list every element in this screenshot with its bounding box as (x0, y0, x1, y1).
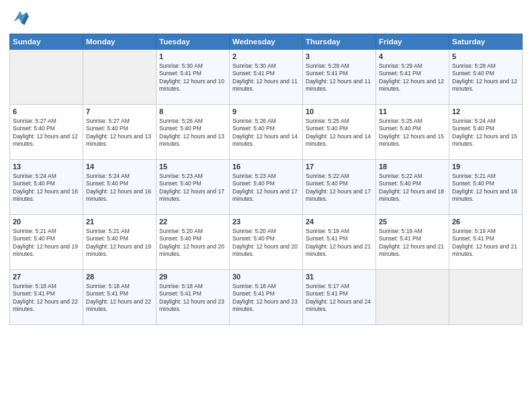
day-number: 23 (232, 217, 300, 227)
day-info: Sunrise: 5:18 AM Sunset: 5:41 PM Dayligh… (86, 283, 153, 314)
day-info: Sunrise: 5:30 AM Sunset: 5:41 PM Dayligh… (159, 62, 226, 93)
day-number: 6 (13, 107, 80, 117)
day-cell: 28Sunrise: 5:18 AM Sunset: 5:41 PM Dayli… (83, 270, 157, 325)
day-number: 4 (379, 52, 446, 62)
day-number: 14 (86, 162, 153, 172)
day-cell: 23Sunrise: 5:20 AM Sunset: 5:40 PM Dayli… (230, 215, 303, 270)
day-number: 1 (159, 52, 226, 62)
col-header-sunday: Sunday (10, 34, 83, 50)
day-number: 11 (379, 107, 446, 117)
day-number: 7 (86, 107, 153, 117)
day-cell: 27Sunrise: 5:18 AM Sunset: 5:41 PM Dayli… (10, 270, 83, 325)
day-cell: 9Sunrise: 5:26 AM Sunset: 5:40 PM Daylig… (230, 105, 303, 160)
day-cell: 6Sunrise: 5:27 AM Sunset: 5:40 PM Daylig… (10, 105, 83, 160)
col-header-thursday: Thursday (303, 34, 376, 50)
day-cell: 4Sunrise: 5:29 AM Sunset: 5:41 PM Daylig… (376, 50, 449, 105)
day-number: 21 (86, 217, 153, 227)
day-cell: 31Sunrise: 5:17 AM Sunset: 5:41 PM Dayli… (303, 270, 376, 325)
day-cell: 25Sunrise: 5:19 AM Sunset: 5:41 PM Dayli… (376, 215, 449, 270)
day-info: Sunrise: 5:28 AM Sunset: 5:40 PM Dayligh… (452, 62, 519, 93)
day-number: 18 (379, 162, 446, 172)
day-info: Sunrise: 5:22 AM Sunset: 5:40 PM Dayligh… (379, 173, 446, 203)
day-number: 10 (306, 107, 373, 117)
day-info: Sunrise: 5:18 AM Sunset: 5:41 PM Dayligh… (232, 283, 300, 314)
day-number: 17 (306, 162, 373, 172)
day-number: 22 (159, 217, 226, 227)
col-header-tuesday: Tuesday (157, 34, 230, 50)
day-info: Sunrise: 5:19 AM Sunset: 5:41 PM Dayligh… (379, 228, 446, 259)
day-info: Sunrise: 5:23 AM Sunset: 5:40 PM Dayligh… (159, 173, 226, 203)
day-number: 27 (13, 272, 80, 282)
day-cell: 16Sunrise: 5:23 AM Sunset: 5:40 PM Dayli… (230, 160, 303, 215)
day-cell: 17Sunrise: 5:22 AM Sunset: 5:40 PM Dayli… (303, 160, 376, 215)
day-cell: 3Sunrise: 5:29 AM Sunset: 5:41 PM Daylig… (303, 50, 376, 105)
day-number: 25 (379, 217, 446, 227)
day-cell: 18Sunrise: 5:22 AM Sunset: 5:40 PM Dayli… (376, 160, 449, 215)
col-header-saturday: Saturday (449, 34, 523, 50)
day-cell: 1Sunrise: 5:30 AM Sunset: 5:41 PM Daylig… (157, 50, 230, 105)
day-cell: 20Sunrise: 5:21 AM Sunset: 5:40 PM Dayli… (10, 215, 83, 270)
day-number: 15 (159, 162, 226, 172)
day-cell: 11Sunrise: 5:25 AM Sunset: 5:40 PM Dayli… (376, 105, 449, 160)
day-info: Sunrise: 5:19 AM Sunset: 5:41 PM Dayligh… (306, 228, 373, 259)
day-cell: 21Sunrise: 5:21 AM Sunset: 5:40 PM Dayli… (83, 215, 157, 270)
day-cell: 24Sunrise: 5:19 AM Sunset: 5:41 PM Dayli… (303, 215, 376, 270)
header (9, 7, 523, 28)
week-row-1: 1Sunrise: 5:30 AM Sunset: 5:41 PM Daylig… (10, 50, 523, 105)
day-info: Sunrise: 5:17 AM Sunset: 5:41 PM Dayligh… (306, 283, 373, 314)
day-number: 28 (86, 272, 153, 282)
day-number: 9 (232, 107, 300, 117)
day-info: Sunrise: 5:26 AM Sunset: 5:40 PM Dayligh… (159, 118, 226, 148)
day-info: Sunrise: 5:20 AM Sunset: 5:40 PM Dayligh… (232, 228, 300, 259)
day-cell: 29Sunrise: 5:18 AM Sunset: 5:41 PM Dayli… (157, 270, 230, 325)
col-header-monday: Monday (83, 34, 157, 50)
day-number: 30 (232, 272, 300, 282)
day-info: Sunrise: 5:18 AM Sunset: 5:41 PM Dayligh… (159, 283, 226, 314)
page: SundayMondayTuesdayWednesdayThursdayFrid… (0, 0, 532, 411)
day-number: 3 (306, 52, 373, 62)
day-info: Sunrise: 5:27 AM Sunset: 5:40 PM Dayligh… (86, 118, 153, 148)
day-info: Sunrise: 5:29 AM Sunset: 5:41 PM Dayligh… (306, 62, 373, 93)
day-number: 19 (452, 162, 519, 172)
day-cell: 13Sunrise: 5:24 AM Sunset: 5:40 PM Dayli… (10, 160, 83, 215)
day-info: Sunrise: 5:21 AM Sunset: 5:40 PM Dayligh… (452, 173, 519, 203)
day-number: 26 (452, 217, 519, 227)
day-cell: 15Sunrise: 5:23 AM Sunset: 5:40 PM Dayli… (157, 160, 230, 215)
day-number: 13 (13, 162, 80, 172)
day-info: Sunrise: 5:30 AM Sunset: 5:41 PM Dayligh… (232, 62, 300, 93)
day-cell: 10Sunrise: 5:25 AM Sunset: 5:40 PM Dayli… (303, 105, 376, 160)
logo-icon (9, 7, 31, 28)
day-number: 8 (159, 107, 226, 117)
day-number: 12 (452, 107, 519, 117)
day-number: 5 (452, 52, 519, 62)
day-info: Sunrise: 5:20 AM Sunset: 5:40 PM Dayligh… (159, 228, 226, 259)
day-cell: 2Sunrise: 5:30 AM Sunset: 5:41 PM Daylig… (230, 50, 303, 105)
day-info: Sunrise: 5:18 AM Sunset: 5:41 PM Dayligh… (13, 283, 80, 314)
calendar-table: SundayMondayTuesdayWednesdayThursdayFrid… (9, 34, 523, 325)
day-cell: 5Sunrise: 5:28 AM Sunset: 5:40 PM Daylig… (449, 50, 523, 105)
day-cell: 30Sunrise: 5:18 AM Sunset: 5:41 PM Dayli… (230, 270, 303, 325)
day-info: Sunrise: 5:24 AM Sunset: 5:40 PM Dayligh… (13, 173, 80, 203)
week-row-2: 6Sunrise: 5:27 AM Sunset: 5:40 PM Daylig… (10, 105, 523, 160)
day-cell: 14Sunrise: 5:24 AM Sunset: 5:40 PM Dayli… (83, 160, 157, 215)
day-cell (83, 50, 157, 105)
day-info: Sunrise: 5:24 AM Sunset: 5:40 PM Dayligh… (452, 118, 519, 148)
day-info: Sunrise: 5:25 AM Sunset: 5:40 PM Dayligh… (306, 118, 373, 148)
day-number: 29 (159, 272, 226, 282)
day-number: 16 (232, 162, 300, 172)
day-cell: 26Sunrise: 5:19 AM Sunset: 5:41 PM Dayli… (449, 215, 523, 270)
day-cell (10, 50, 83, 105)
day-cell (449, 270, 523, 325)
day-info: Sunrise: 5:21 AM Sunset: 5:40 PM Dayligh… (13, 228, 80, 259)
day-number: 20 (13, 217, 80, 227)
day-info: Sunrise: 5:26 AM Sunset: 5:40 PM Dayligh… (232, 118, 300, 148)
day-cell: 12Sunrise: 5:24 AM Sunset: 5:40 PM Dayli… (449, 105, 523, 160)
logo (9, 7, 34, 28)
week-row-4: 20Sunrise: 5:21 AM Sunset: 5:40 PM Dayli… (10, 215, 523, 270)
week-row-5: 27Sunrise: 5:18 AM Sunset: 5:41 PM Dayli… (10, 270, 523, 325)
day-cell: 7Sunrise: 5:27 AM Sunset: 5:40 PM Daylig… (83, 105, 157, 160)
day-info: Sunrise: 5:29 AM Sunset: 5:41 PM Dayligh… (379, 62, 446, 93)
day-number: 31 (306, 272, 373, 282)
day-cell: 8Sunrise: 5:26 AM Sunset: 5:40 PM Daylig… (157, 105, 230, 160)
day-cell (376, 270, 449, 325)
